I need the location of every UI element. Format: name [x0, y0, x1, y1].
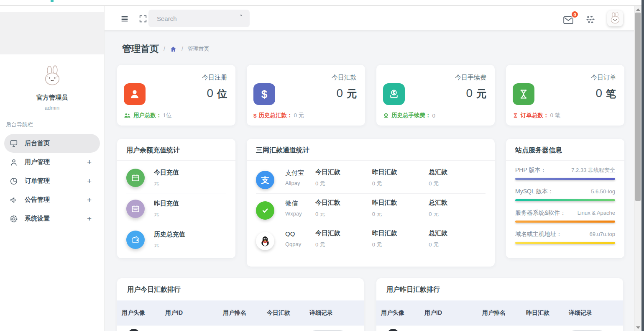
- apps-grid-icon[interactable]: [585, 15, 595, 25]
- sidebar-item-dashboard[interactable]: 后台首页: [4, 134, 100, 153]
- recharge-row-text: 今日充值 元: [154, 169, 179, 187]
- search-input[interactable]: [148, 15, 240, 22]
- home-icon[interactable]: [170, 46, 177, 53]
- progress-bar: [515, 178, 615, 180]
- search-box: [148, 10, 250, 27]
- breadcrumb-separator: /: [164, 46, 165, 52]
- recharge-row-text: 历史总充值 元: [154, 231, 185, 249]
- channel-stat-header: 今日汇款: [315, 229, 372, 237]
- user-icon: [124, 83, 146, 105]
- scrollbar-thumb[interactable]: [635, 13, 641, 201]
- alipay-glyph: 支: [261, 174, 269, 186]
- qq-icon: [256, 232, 274, 250]
- user-row-avatar: [387, 329, 399, 331]
- window-top-strip: [0, 0, 644, 6]
- sidebar-menu: 后台首页 用户管理 + 订单管理 +: [0, 134, 104, 228]
- sidebar-section-label: 后台导航栏: [6, 121, 104, 128]
- today-rank-card: 用户今日汇款排行 用户头像 用户ID 用户排名 今日汇款 详细记录: [117, 278, 364, 331]
- server-info-card: 站点服务器信息 PHP 版本： 7.2.33 非线程安全 MySQL 版本： 5…: [506, 139, 624, 258]
- rabbit-avatar-icon: [608, 12, 622, 25]
- channel-stats: 今日汇款 0 元 昨日汇款 0 元 总汇款 0 元: [315, 168, 486, 187]
- breadcrumb: 管理首页 / / 管理首页: [122, 43, 210, 55]
- card-title: 三网汇款通道统计: [247, 139, 495, 161]
- channel-name-col: QQ Qqpay: [285, 229, 307, 247]
- profile-avatar[interactable]: [40, 64, 64, 89]
- recharge-rows: 今日充值 元 昨日充值 元: [117, 161, 235, 255]
- recharge-value: 元: [154, 180, 179, 187]
- channel-stat-header: 总汇款: [429, 229, 486, 237]
- hamburger-menu-icon[interactable]: [120, 14, 129, 23]
- server-entry-php: PHP 版本： 7.2.33 非线程安全: [515, 167, 615, 180]
- stat-unit: 元: [476, 87, 486, 100]
- channel-stat-header: 昨日汇款: [372, 199, 429, 207]
- channel-stat-value: 0 元: [315, 180, 372, 187]
- sidebar-item-settings[interactable]: 系统设置 +: [4, 209, 100, 228]
- scrollbar-up-arrow[interactable]: [636, 8, 640, 11]
- expand-plus-icon[interactable]: +: [87, 158, 92, 167]
- recharge-label: 昨日充值: [154, 200, 179, 208]
- card-title: 站点服务器信息: [506, 139, 624, 161]
- sidebar-item-label: 用户管理: [25, 158, 50, 166]
- expand-plus-icon[interactable]: +: [87, 177, 92, 186]
- stat-footer: 用户总数： 1位: [124, 112, 172, 119]
- monitor-icon: [9, 139, 18, 148]
- sidebar-item-announcements[interactable]: 公告管理 +: [4, 190, 100, 209]
- stat-value: 0 元: [466, 87, 486, 100]
- sidebar-item-orders[interactable]: 订单管理 +: [4, 172, 100, 190]
- stat-footer-label: 历史总手续费：: [391, 112, 431, 119]
- calendar-yesterday-icon: [126, 200, 145, 218]
- stat-footer: $ 历史总汇款： 0 元: [253, 112, 304, 119]
- channel-stat-value: 0 元: [429, 180, 486, 187]
- channel-stat: 总汇款 0 元: [429, 199, 486, 218]
- channel-name: QQ: [285, 229, 307, 239]
- channel-stat-header: 总汇款: [429, 199, 486, 207]
- recharge-value: 元: [154, 210, 179, 218]
- server-value: 5.6.50-log: [591, 188, 615, 195]
- server-entries: PHP 版本： 7.2.33 非线程安全 MySQL 版本： 5.6.50-lo…: [506, 161, 624, 244]
- calendar-today-icon: [126, 169, 145, 187]
- sidebar-item-users[interactable]: 用户管理 +: [4, 153, 100, 172]
- recharge-row-text: 昨日充值 元: [154, 200, 179, 218]
- page-scrollbar[interactable]: [634, 6, 641, 331]
- expand-plus-icon[interactable]: +: [87, 195, 92, 205]
- stat-title: 今日汇款: [332, 74, 357, 82]
- stat-footer: 订单总数： 0 笔: [513, 112, 560, 119]
- sidebar: 官方管理员 admin 后台导航栏 后台首页 用户管理 +: [0, 6, 105, 331]
- channel-stat: 昨日汇款 0 元: [372, 168, 429, 187]
- col-header: 昨日汇款: [526, 309, 569, 317]
- channel-stat-value: 0 元: [429, 210, 486, 218]
- channel-stat-value: 0 元: [372, 210, 429, 218]
- sidebar-item-label: 系统设置: [25, 215, 50, 223]
- mail-badge: 0: [571, 10, 579, 18]
- fullscreen-icon[interactable]: [138, 14, 148, 23]
- expand-plus-icon[interactable]: +: [87, 214, 92, 223]
- channel-rows: 支 支付宝 Alipay 今日汇款 0 元 昨日汇款 0 元: [247, 161, 495, 254]
- channel-stats: 今日汇款 0 元 昨日汇款 0 元 总汇款 0 元: [315, 199, 486, 218]
- breadcrumb-separator: /: [181, 46, 183, 52]
- wallet-icon: [126, 231, 145, 249]
- scrollbar-down-arrow[interactable]: [636, 326, 640, 329]
- stat-footer-value: 1位: [163, 112, 172, 119]
- col-header: 用户头像: [122, 309, 165, 317]
- hourglass-icon: [513, 113, 518, 118]
- col-header: 详细记录: [309, 309, 364, 317]
- mail-icon[interactable]: 0: [563, 15, 574, 25]
- channel-stat: 今日汇款 0 元: [315, 229, 372, 249]
- stat-title: 今日手续费: [455, 74, 486, 82]
- stat-footer-label: 订单总数：: [521, 112, 549, 119]
- user-row-avatar: [128, 329, 140, 331]
- channel-stat-value: 0 元: [372, 241, 429, 249]
- hourglass-icon: [513, 83, 534, 105]
- search-icon[interactable]: [240, 14, 242, 23]
- channel-stat-header: 昨日汇款: [372, 168, 429, 176]
- col-header: 用户ID: [165, 309, 223, 317]
- channel-code: Wxpay: [285, 210, 307, 217]
- stat-footer-value: 0: [432, 113, 436, 119]
- list-item: 历史总充值 元: [126, 224, 226, 255]
- channel-stat-value: 0 元: [315, 210, 372, 218]
- user-avatar[interactable]: [607, 10, 623, 26]
- channel-name-col: 支付宝 Alipay: [285, 168, 307, 186]
- col-header: 今日汇款: [267, 309, 309, 317]
- stat-footer-label: 历史总汇款：: [259, 112, 293, 119]
- server-entry-mysql: MySQL 版本： 5.6.50-log: [515, 188, 615, 201]
